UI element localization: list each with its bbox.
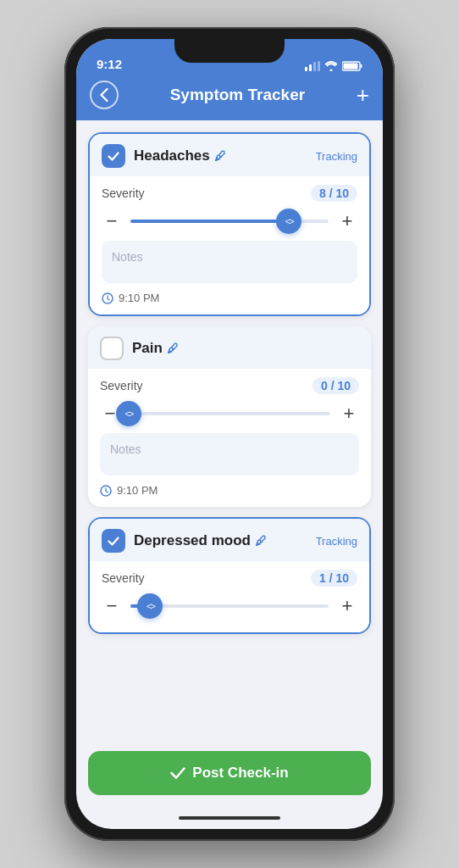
card-header-pain: Pain 🖊 xyxy=(88,326,371,369)
svg-rect-2 xyxy=(313,62,316,71)
checkbox-pain[interactable] xyxy=(100,337,124,360)
thumb-arrows-headaches: <> xyxy=(285,216,293,226)
tracking-badge-depressed-mood: Tracking xyxy=(316,535,357,548)
slider-thumb-headaches[interactable]: <> xyxy=(276,209,301,234)
severity-row-headaches: Severity 8 / 10 xyxy=(102,185,357,202)
slider-row-pain: − <> + xyxy=(100,403,359,425)
clock-icon-pain xyxy=(100,485,112,497)
slider-thumb-pain[interactable]: <> xyxy=(116,401,141,426)
severity-value-depressed-mood: 1 / 10 xyxy=(311,570,357,587)
card-body-headaches: Severity 8 / 10 − <> + xyxy=(90,176,369,314)
signal-icon xyxy=(305,61,320,71)
edit-icon-depressed-mood[interactable]: 🖊 xyxy=(255,534,267,548)
checkbox-headaches[interactable] xyxy=(102,144,125,168)
plus-pain[interactable]: + xyxy=(339,403,359,425)
symptom-name-headaches: Headaches 🖊 xyxy=(134,147,226,164)
card-body-pain: Severity 0 / 10 − <> + xyxy=(88,369,371,507)
time-text-pain: 9:10 PM xyxy=(117,484,158,497)
phone-shell: 9:12 xyxy=(64,27,395,841)
card-header-headaches: Headaches 🖊 Tracking xyxy=(90,134,369,176)
wifi-icon xyxy=(324,61,338,71)
severity-row-pain: Severity 0 / 10 xyxy=(100,377,359,394)
checkbox-depressed-mood[interactable] xyxy=(102,529,125,553)
symptom-card-pain: Pain 🖊 Severity 0 / 10 − xyxy=(88,326,371,507)
svg-rect-5 xyxy=(361,64,362,68)
severity-label-headaches: Severity xyxy=(102,186,145,200)
minus-headaches[interactable]: − xyxy=(102,210,122,232)
add-button[interactable]: + xyxy=(357,84,369,106)
app-header: Symptom Tracker + xyxy=(76,76,383,120)
tracking-badge-headaches: Tracking xyxy=(316,150,357,163)
severity-row-depressed-mood: Severity 1 / 10 xyxy=(102,570,357,587)
battery-icon xyxy=(342,61,362,71)
notes-box-headaches[interactable]: Notes xyxy=(102,241,357,283)
home-bar xyxy=(179,816,280,820)
svg-rect-0 xyxy=(305,67,307,71)
post-checkin-label: Post Check-in xyxy=(192,765,288,782)
symptom-card-depressed-mood: Depressed mood 🖊 Tracking Severity 1 / 1… xyxy=(88,517,371,634)
svg-rect-6 xyxy=(344,64,358,70)
bottom-bar: Post Check-in xyxy=(76,743,383,807)
edit-icon-headaches[interactable]: 🖊 xyxy=(214,149,226,163)
time-row-pain: 9:10 PM xyxy=(100,484,359,497)
slider-row-headaches: − <> + xyxy=(102,210,357,232)
home-indicator xyxy=(76,807,383,829)
severity-value-pain: 0 / 10 xyxy=(312,377,359,394)
symptom-card-headaches: Headaches 🖊 Tracking Severity 8 / 10 − xyxy=(88,132,371,316)
header-title: Symptom Tracker xyxy=(170,86,305,104)
content-area: Headaches 🖊 Tracking Severity 8 / 10 − xyxy=(76,120,383,743)
post-checkin-button[interactable]: Post Check-in xyxy=(88,751,371,795)
minus-depressed-mood[interactable]: − xyxy=(102,595,122,617)
edit-icon-pain[interactable]: 🖊 xyxy=(167,342,179,355)
slider-thumb-depressed-mood[interactable]: <> xyxy=(137,593,163,619)
phone-screen: 9:12 xyxy=(76,39,383,829)
slider-track-pain: <> xyxy=(129,412,330,415)
checkmark-icon xyxy=(170,767,185,779)
clock-icon-headaches xyxy=(102,292,113,304)
notes-placeholder-headaches: Notes xyxy=(112,250,143,264)
status-time: 9:12 xyxy=(97,57,122,71)
plus-depressed-mood[interactable]: + xyxy=(337,595,357,617)
notch xyxy=(174,39,285,63)
plus-headaches[interactable]: + xyxy=(337,210,357,232)
notes-box-pain[interactable]: Notes xyxy=(100,433,359,476)
symptom-name-pain: Pain 🖊 xyxy=(132,340,179,357)
status-icons xyxy=(305,61,362,71)
severity-label-pain: Severity xyxy=(100,379,143,392)
slider-track-depressed-mood: <> xyxy=(130,604,329,608)
slider-track-headaches: <> xyxy=(130,220,329,223)
time-row-headaches: 9:10 PM xyxy=(102,292,357,304)
thumb-arrows-depressed-mood: <> xyxy=(147,601,154,611)
slider-row-depressed-mood: − <> + xyxy=(102,595,357,617)
slider-fill-headaches xyxy=(130,220,289,223)
back-button[interactable] xyxy=(90,81,119,109)
severity-value-headaches: 8 / 10 xyxy=(311,185,357,202)
severity-label-depressed-mood: Severity xyxy=(102,571,145,585)
thumb-arrows-pain: <> xyxy=(125,409,133,419)
card-body-depressed-mood: Severity 1 / 10 − <> + xyxy=(90,561,369,632)
svg-rect-3 xyxy=(318,61,320,71)
svg-rect-1 xyxy=(309,64,312,71)
symptom-name-depressed-mood: Depressed mood 🖊 xyxy=(134,532,267,549)
notes-placeholder-pain: Notes xyxy=(110,442,141,456)
time-text-headaches: 9:10 PM xyxy=(119,292,159,304)
card-header-depressed-mood: Depressed mood 🖊 Tracking xyxy=(90,519,369,561)
